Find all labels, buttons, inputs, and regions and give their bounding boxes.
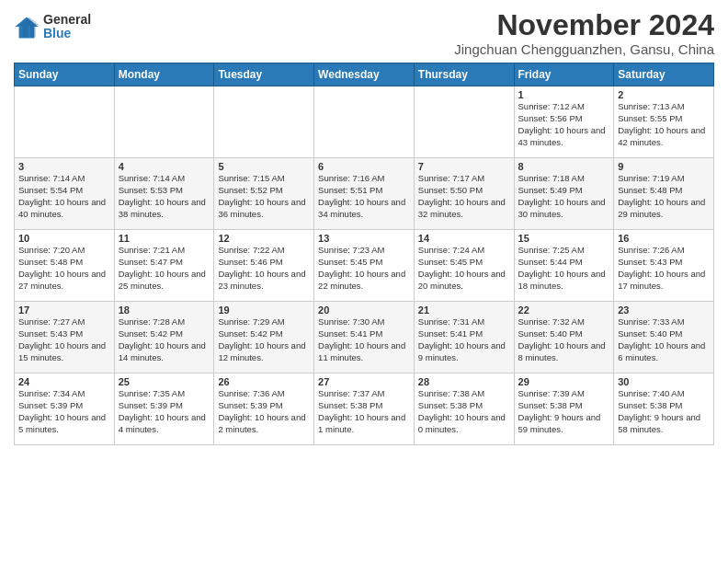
calendar-cell — [15, 86, 115, 158]
day-number: 21 — [418, 304, 510, 316]
calendar-cell: 14Sunrise: 7:24 AM Sunset: 5:45 PM Dayli… — [414, 230, 514, 302]
day-number: 14 — [418, 233, 510, 244]
day-number: 1 — [518, 89, 610, 100]
calendar-cell: 29Sunrise: 7:39 AM Sunset: 5:38 PM Dayli… — [514, 373, 614, 445]
calendar-cell: 24Sunrise: 7:34 AM Sunset: 5:39 PM Dayli… — [15, 373, 115, 445]
header: General Blue November 2024 Jingchuan Che… — [14, 9, 714, 57]
calendar-cell: 22Sunrise: 7:32 AM Sunset: 5:40 PM Dayli… — [514, 302, 614, 373]
week-row-4: 24Sunrise: 7:34 AM Sunset: 5:39 PM Dayli… — [15, 373, 714, 445]
day-number: 17 — [18, 304, 110, 316]
day-header-monday: Monday — [114, 63, 214, 86]
day-info: Sunrise: 7:29 AM Sunset: 5:42 PM Dayligh… — [218, 316, 310, 363]
header-row: SundayMondayTuesdayWednesdayThursdayFrid… — [15, 63, 714, 86]
day-number: 22 — [518, 304, 610, 316]
day-number: 29 — [518, 376, 610, 387]
calendar-cell: 8Sunrise: 7:18 AM Sunset: 5:49 PM Daylig… — [514, 158, 614, 230]
calendar-cell: 10Sunrise: 7:20 AM Sunset: 5:48 PM Dayli… — [15, 230, 115, 302]
day-info: Sunrise: 7:33 AM Sunset: 5:40 PM Dayligh… — [618, 316, 710, 363]
calendar-cell: 11Sunrise: 7:21 AM Sunset: 5:47 PM Dayli… — [114, 230, 214, 302]
logo-icon — [14, 14, 40, 40]
day-info: Sunrise: 7:34 AM Sunset: 5:39 PM Dayligh… — [18, 388, 110, 435]
day-info: Sunrise: 7:26 AM Sunset: 5:43 PM Dayligh… — [618, 245, 710, 292]
week-row-1: 3Sunrise: 7:14 AM Sunset: 5:54 PM Daylig… — [15, 158, 714, 230]
day-info: Sunrise: 7:14 AM Sunset: 5:53 PM Dayligh… — [119, 173, 210, 220]
day-info: Sunrise: 7:32 AM Sunset: 5:40 PM Dayligh… — [518, 316, 610, 363]
day-number: 26 — [218, 376, 310, 387]
calendar-cell: 5Sunrise: 7:15 AM Sunset: 5:52 PM Daylig… — [214, 158, 314, 230]
day-number: 4 — [119, 161, 210, 172]
day-number: 7 — [418, 161, 510, 172]
day-info: Sunrise: 7:39 AM Sunset: 5:38 PM Dayligh… — [518, 388, 610, 435]
day-info: Sunrise: 7:35 AM Sunset: 5:39 PM Dayligh… — [119, 388, 210, 435]
day-number: 27 — [318, 376, 410, 387]
day-header-saturday: Saturday — [614, 63, 714, 86]
day-number: 12 — [218, 233, 310, 244]
calendar-cell: 25Sunrise: 7:35 AM Sunset: 5:39 PM Dayli… — [114, 373, 214, 445]
day-number: 20 — [318, 304, 410, 316]
day-info: Sunrise: 7:38 AM Sunset: 5:38 PM Dayligh… — [418, 388, 510, 435]
calendar-cell: 7Sunrise: 7:17 AM Sunset: 5:50 PM Daylig… — [414, 158, 514, 230]
page: General Blue November 2024 Jingchuan Che… — [0, 0, 728, 563]
calendar-cell: 18Sunrise: 7:28 AM Sunset: 5:42 PM Dayli… — [114, 302, 214, 373]
day-number: 18 — [119, 304, 210, 316]
calendar-cell: 30Sunrise: 7:40 AM Sunset: 5:38 PM Dayli… — [614, 373, 714, 445]
calendar-cell: 26Sunrise: 7:36 AM Sunset: 5:39 PM Dayli… — [214, 373, 314, 445]
calendar-cell: 6Sunrise: 7:16 AM Sunset: 5:51 PM Daylig… — [314, 158, 415, 230]
calendar-cell: 3Sunrise: 7:14 AM Sunset: 5:54 PM Daylig… — [15, 158, 115, 230]
day-number: 9 — [618, 161, 710, 172]
day-number: 24 — [18, 376, 110, 387]
day-info: Sunrise: 7:37 AM Sunset: 5:38 PM Dayligh… — [318, 388, 410, 435]
day-header-friday: Friday — [514, 63, 614, 86]
day-number: 6 — [318, 161, 410, 172]
calendar-cell: 1Sunrise: 7:12 AM Sunset: 5:56 PM Daylig… — [514, 86, 614, 158]
day-info: Sunrise: 7:40 AM Sunset: 5:38 PM Dayligh… — [618, 388, 710, 435]
day-number: 23 — [618, 304, 710, 316]
logo: General Blue — [14, 13, 91, 41]
day-info: Sunrise: 7:15 AM Sunset: 5:52 PM Dayligh… — [218, 173, 310, 220]
calendar-cell: 15Sunrise: 7:25 AM Sunset: 5:44 PM Dayli… — [514, 230, 614, 302]
location: Jingchuan Chengguanzhen, Gansu, China — [454, 41, 714, 57]
title-block: November 2024 Jingchuan Chengguanzhen, G… — [454, 9, 714, 57]
day-number: 16 — [618, 233, 710, 244]
day-info: Sunrise: 7:20 AM Sunset: 5:48 PM Dayligh… — [18, 245, 110, 292]
day-info: Sunrise: 7:28 AM Sunset: 5:42 PM Dayligh… — [119, 316, 210, 363]
logo-general-text: General — [43, 13, 91, 27]
calendar-cell — [114, 86, 214, 158]
day-info: Sunrise: 7:36 AM Sunset: 5:39 PM Dayligh… — [218, 388, 310, 435]
calendar-cell: 17Sunrise: 7:27 AM Sunset: 5:43 PM Dayli… — [15, 302, 115, 373]
calendar-cell: 16Sunrise: 7:26 AM Sunset: 5:43 PM Dayli… — [614, 230, 714, 302]
day-number: 10 — [18, 233, 110, 244]
day-info: Sunrise: 7:19 AM Sunset: 5:48 PM Dayligh… — [618, 173, 710, 220]
day-number: 11 — [119, 233, 210, 244]
calendar-cell: 12Sunrise: 7:22 AM Sunset: 5:46 PM Dayli… — [214, 230, 314, 302]
day-info: Sunrise: 7:30 AM Sunset: 5:41 PM Dayligh… — [318, 316, 410, 363]
day-number: 30 — [618, 376, 710, 387]
day-number: 13 — [318, 233, 410, 244]
day-number: 15 — [518, 233, 610, 244]
day-info: Sunrise: 7:24 AM Sunset: 5:45 PM Dayligh… — [418, 245, 510, 292]
day-info: Sunrise: 7:18 AM Sunset: 5:49 PM Dayligh… — [518, 173, 610, 220]
day-info: Sunrise: 7:16 AM Sunset: 5:51 PM Dayligh… — [318, 173, 410, 220]
day-header-thursday: Thursday — [414, 63, 514, 86]
calendar-cell: 13Sunrise: 7:23 AM Sunset: 5:45 PM Dayli… — [314, 230, 415, 302]
day-info: Sunrise: 7:12 AM Sunset: 5:56 PM Dayligh… — [518, 101, 610, 148]
day-info: Sunrise: 7:17 AM Sunset: 5:50 PM Dayligh… — [418, 173, 510, 220]
calendar-cell: 19Sunrise: 7:29 AM Sunset: 5:42 PM Dayli… — [214, 302, 314, 373]
day-header-wednesday: Wednesday — [314, 63, 415, 86]
week-row-0: 1Sunrise: 7:12 AM Sunset: 5:56 PM Daylig… — [15, 86, 714, 158]
day-number: 3 — [18, 161, 110, 172]
calendar-cell: 23Sunrise: 7:33 AM Sunset: 5:40 PM Dayli… — [614, 302, 714, 373]
calendar-cell: 9Sunrise: 7:19 AM Sunset: 5:48 PM Daylig… — [614, 158, 714, 230]
day-number: 2 — [618, 89, 710, 100]
day-info: Sunrise: 7:31 AM Sunset: 5:41 PM Dayligh… — [418, 316, 510, 363]
calendar-cell — [414, 86, 514, 158]
day-info: Sunrise: 7:14 AM Sunset: 5:54 PM Dayligh… — [18, 173, 110, 220]
logo-blue-text: Blue — [43, 27, 91, 40]
day-info: Sunrise: 7:22 AM Sunset: 5:46 PM Dayligh… — [218, 245, 310, 292]
month-title: November 2024 — [454, 9, 714, 41]
day-header-tuesday: Tuesday — [214, 63, 314, 86]
calendar-cell: 27Sunrise: 7:37 AM Sunset: 5:38 PM Dayli… — [314, 373, 415, 445]
week-row-2: 10Sunrise: 7:20 AM Sunset: 5:48 PM Dayli… — [15, 230, 714, 302]
day-number: 19 — [218, 304, 310, 316]
day-info: Sunrise: 7:25 AM Sunset: 5:44 PM Dayligh… — [518, 245, 610, 292]
